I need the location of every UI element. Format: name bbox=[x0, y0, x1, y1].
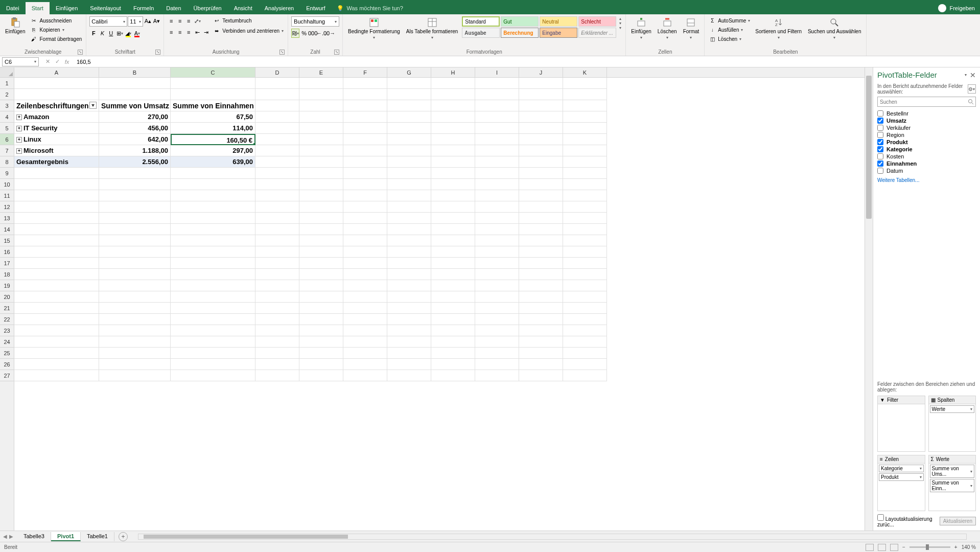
cell-G20[interactable] bbox=[387, 291, 431, 303]
col-header-C[interactable]: C bbox=[171, 67, 255, 77]
cell-E27[interactable] bbox=[299, 370, 343, 381]
fill-color-button[interactable]: ◢▾ bbox=[124, 29, 132, 38]
cell-H27[interactable] bbox=[431, 370, 475, 381]
cell-F14[interactable] bbox=[343, 224, 387, 235]
cell-F20[interactable] bbox=[343, 291, 387, 303]
ribbon-tab-start[interactable]: Start bbox=[26, 2, 50, 14]
cell-B8[interactable]: 2.556,00 bbox=[99, 156, 171, 168]
cell-D12[interactable] bbox=[255, 201, 299, 213]
cell-H2[interactable] bbox=[431, 89, 475, 100]
cell-I3[interactable] bbox=[475, 100, 519, 111]
row-header-22[interactable]: 22 bbox=[0, 314, 14, 325]
cell-D9[interactable] bbox=[255, 168, 299, 179]
ribbon-tab-datei[interactable]: Datei bbox=[0, 2, 26, 14]
cell-G13[interactable] bbox=[387, 213, 431, 224]
row-header-17[interactable]: 17 bbox=[0, 258, 14, 269]
cell-G5[interactable] bbox=[387, 123, 431, 134]
underline-button[interactable]: U bbox=[107, 29, 115, 38]
cell-B18[interactable] bbox=[99, 269, 171, 280]
italic-button[interactable]: K bbox=[98, 29, 106, 38]
cell-C22[interactable] bbox=[171, 314, 255, 325]
cell-H11[interactable] bbox=[431, 190, 475, 201]
cell-B3[interactable]: Summe von Umsatz bbox=[99, 100, 171, 111]
cell-K23[interactable] bbox=[563, 325, 607, 336]
cell-G7[interactable] bbox=[387, 145, 431, 156]
values-area[interactable]: ΣWerte Summe von Ums...▾Summe von Einn..… bbox=[928, 455, 976, 511]
cell-G11[interactable] bbox=[387, 190, 431, 201]
cell-H26[interactable] bbox=[431, 359, 475, 370]
cell-K5[interactable] bbox=[563, 123, 607, 134]
cell-B19[interactable] bbox=[99, 280, 171, 291]
copy-button[interactable]: ⎘Kopieren ▾ bbox=[29, 26, 83, 34]
cell-K19[interactable] bbox=[563, 280, 607, 291]
row-header-16[interactable]: 16 bbox=[0, 246, 14, 258]
cell-D6[interactable] bbox=[255, 134, 299, 145]
cell-C6[interactable]: 160,50 € bbox=[171, 134, 255, 145]
cell-F21[interactable] bbox=[343, 303, 387, 314]
cell-F9[interactable] bbox=[343, 168, 387, 179]
decrease-indent-button[interactable]: ⇤ bbox=[193, 28, 201, 37]
merge-center-button[interactable]: ⬌Verbinden und zentrieren ▾ bbox=[212, 27, 285, 35]
align-top-button[interactable]: ≡ bbox=[167, 16, 175, 26]
row-header-12[interactable]: 12 bbox=[0, 201, 14, 213]
cell-K12[interactable] bbox=[563, 201, 607, 213]
cell-F23[interactable] bbox=[343, 325, 387, 336]
cell-K18[interactable] bbox=[563, 269, 607, 280]
cell-B12[interactable] bbox=[99, 201, 171, 213]
formula-input[interactable] bbox=[74, 57, 980, 66]
ribbon-tab-seitenlayout[interactable]: Seitenlayout bbox=[84, 2, 127, 14]
cell-K16[interactable] bbox=[563, 246, 607, 258]
cell-E1[interactable] bbox=[299, 78, 343, 89]
page-layout-view-button[interactable] bbox=[878, 544, 886, 551]
bold-button[interactable]: F bbox=[89, 29, 98, 38]
cell-H1[interactable] bbox=[431, 78, 475, 89]
cell-A15[interactable] bbox=[14, 235, 99, 246]
dialog-launcher[interactable]: ⤡ bbox=[155, 50, 160, 55]
cell-E8[interactable] bbox=[299, 156, 343, 168]
wrap-text-button[interactable]: ↩Textumbruch bbox=[212, 16, 285, 25]
cell-K26[interactable] bbox=[563, 359, 607, 370]
cell-A26[interactable] bbox=[14, 359, 99, 370]
field-umsatz[interactable]: Umsatz bbox=[877, 117, 976, 124]
cell-D1[interactable] bbox=[255, 78, 299, 89]
field-search-input[interactable] bbox=[877, 97, 976, 107]
cell-A13[interactable] bbox=[14, 213, 99, 224]
cell-B7[interactable]: 1.188,00 bbox=[99, 145, 171, 156]
cell-G22[interactable] bbox=[387, 314, 431, 325]
dialog-launcher[interactable]: ⤡ bbox=[78, 50, 83, 55]
ribbon-tab-einfügen[interactable]: Einfügen bbox=[50, 2, 84, 14]
cell-I27[interactable] bbox=[475, 370, 519, 381]
cell-E21[interactable] bbox=[299, 303, 343, 314]
cell-A10[interactable] bbox=[14, 179, 99, 190]
cell-J2[interactable] bbox=[519, 89, 563, 100]
cell-D23[interactable] bbox=[255, 325, 299, 336]
cell-B11[interactable] bbox=[99, 190, 171, 201]
cell-H7[interactable] bbox=[431, 145, 475, 156]
cell-A8[interactable]: Gesamtergebnis bbox=[14, 156, 99, 168]
cell-J21[interactable] bbox=[519, 303, 563, 314]
row-header-10[interactable]: 10 bbox=[0, 179, 14, 190]
cell-E4[interactable] bbox=[299, 111, 343, 123]
align-bottom-button[interactable]: ≡ bbox=[184, 16, 193, 26]
cell-A18[interactable] bbox=[14, 269, 99, 280]
cell-D24[interactable] bbox=[255, 336, 299, 348]
cell-K20[interactable] bbox=[563, 291, 607, 303]
cell-B1[interactable] bbox=[99, 78, 171, 89]
style-ausgabe[interactable]: Ausgabe bbox=[462, 28, 500, 38]
cell-K4[interactable] bbox=[563, 111, 607, 123]
cell-H10[interactable] bbox=[431, 179, 475, 190]
cell-G10[interactable] bbox=[387, 179, 431, 190]
close-panel-button[interactable]: ✕ bbox=[970, 71, 976, 79]
ribbon-tab-analysieren[interactable]: Analysieren bbox=[259, 2, 300, 14]
cell-D18[interactable] bbox=[255, 269, 299, 280]
cell-D14[interactable] bbox=[255, 224, 299, 235]
col-header-H[interactable]: H bbox=[431, 67, 475, 77]
expand-button[interactable]: + bbox=[16, 148, 22, 154]
cell-J10[interactable] bbox=[519, 179, 563, 190]
cell-G2[interactable] bbox=[387, 89, 431, 100]
cell-F25[interactable] bbox=[343, 348, 387, 359]
area-item[interactable]: Summe von Einn...▾ bbox=[930, 479, 975, 492]
zoom-out-button[interactable]: − bbox=[902, 544, 905, 550]
cell-D4[interactable] bbox=[255, 111, 299, 123]
add-sheet-button[interactable]: + bbox=[119, 532, 128, 541]
